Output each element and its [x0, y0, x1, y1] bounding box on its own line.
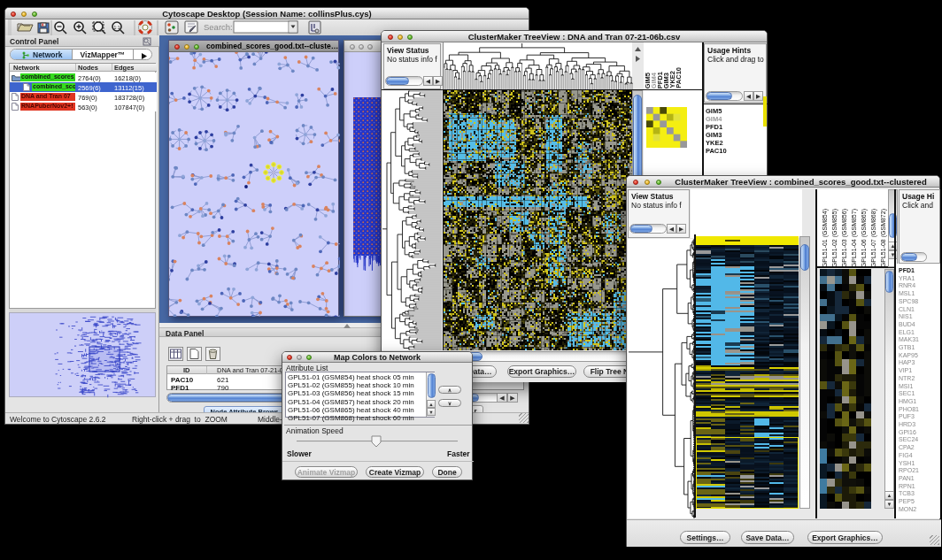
svg-text:1:1: 1:1 — [114, 25, 120, 30]
svg-text:Search:: Search: — [204, 22, 233, 32]
